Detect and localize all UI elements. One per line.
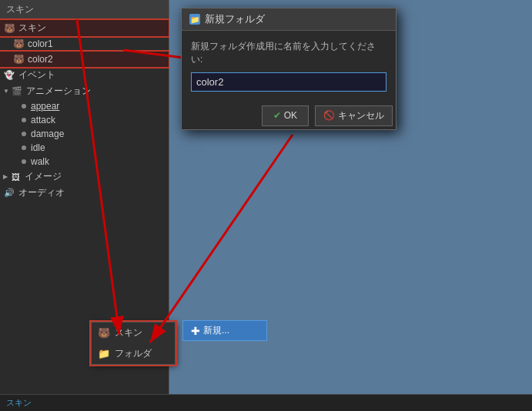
context-folder-label: フォルダ [115,347,152,360]
context-menu: 🐻 スキン 📁 フォルダ ✚ 新規... [91,322,176,365]
attack-bullet [22,118,26,122]
cancel-x-icon: 🚫 [323,110,335,121]
audio-icon: 🔊 [3,187,15,199]
tree-label-audio: オーディオ [18,186,65,199]
tree-label-appear: appear [31,101,59,112]
tree-label-color1: color1 [28,38,53,49]
color2-icon: 🐻 [12,53,25,65]
tree-label-idle: idle [31,142,45,153]
new-plus-icon: ✚ [191,325,200,337]
modal-description: 新規フォルダ作成用に名前を入力してください: [191,40,386,66]
tree-label-skin: スキン [18,22,46,35]
tree-item-color1[interactable]: 🐻 color1 [0,36,169,52]
image-expand-icon: ▶ [3,173,8,180]
modal-title-icon: 📁 [189,14,200,25]
tree-item-walk[interactable]: walk [0,155,169,169]
status-bar: スキン [0,394,532,411]
expand-arrow-icon: ▼ [3,88,9,95]
tree-item-audio[interactable]: 🔊 オーディオ [0,185,169,201]
tree-item-image[interactable]: ▶ 🖼 イメージ [0,169,169,185]
appear-bullet [22,104,26,109]
event-icon: 👻 [3,69,15,82]
modal-body: 新規フォルダ作成用に名前を入力してください: [182,31,396,105]
modal-title-bar: 📁 新規フォルダ [182,8,396,31]
ok-check-icon: ✔ [273,110,281,121]
walk-bullet [22,159,26,164]
tree-label-event: イベント [18,68,55,82]
tree-label-animation: アニメーション [26,85,91,98]
tree-label-damage: damage [31,129,64,139]
color1-icon: 🐻 [12,38,25,50]
context-folder-icon: 📁 [98,348,110,360]
image-icon: 🖼 [9,171,22,183]
status-text: スキン [6,397,32,409]
tree-item-color2[interactable]: 🐻 color2 [0,52,169,67]
context-menu-folder[interactable]: 📁 フォルダ [92,343,175,364]
modal-overlay: 📁 新規フォルダ 新規フォルダ作成用に名前を入力してください: ✔ OK 🚫 キ… [169,0,532,411]
skin-icon: 🐻 [3,22,15,35]
tree-label-image: イメージ [25,170,62,183]
cancel-button[interactable]: 🚫 キャンセル [315,105,393,126]
tree-label-color2: color2 [28,54,53,65]
panel-title: スキン [6,4,34,15]
ok-button[interactable]: ✔ OK [262,105,309,126]
folder-name-input[interactable] [191,72,386,92]
new-label: 新規... [203,324,229,337]
tree-item-animation[interactable]: ▼ 🎬 アニメーション [0,83,169,99]
animation-icon: 🎬 [11,85,23,98]
tree-label-attack: attack [31,115,55,125]
context-skin-icon: 🐻 [98,327,110,339]
panel-header: スキン [0,0,169,20]
idle-bullet [22,145,26,150]
tree-label-walk: walk [31,156,49,167]
cancel-label: キャンセル [338,109,384,122]
right-background: 📁 新規フォルダ 新規フォルダ作成用に名前を入力してください: ✔ OK 🚫 キ… [169,0,532,411]
tree-item-idle[interactable]: idle [0,141,169,155]
damage-bullet [22,132,26,136]
context-menu-skin[interactable]: 🐻 スキン [92,322,175,343]
context-menu-new[interactable]: ✚ 新規... [182,320,267,341]
tree-item-attack[interactable]: attack [0,113,169,127]
tree-item-appear[interactable]: appear [0,99,169,113]
modal-buttons: ✔ OK 🚫 キャンセル [182,105,396,129]
tree-item-damage[interactable]: damage [0,127,169,141]
context-skin-label: スキン [115,326,142,339]
tree-item-event[interactable]: 👻 イベント [0,67,169,83]
tree-item-skin-root[interactable]: 🐻 スキン [0,20,169,36]
ok-label: OK [284,110,297,121]
modal-title-text: 新規フォルダ [205,12,265,26]
new-folder-dialog: 📁 新規フォルダ 新規フォルダ作成用に名前を入力してください: ✔ OK 🚫 キ… [181,8,396,130]
